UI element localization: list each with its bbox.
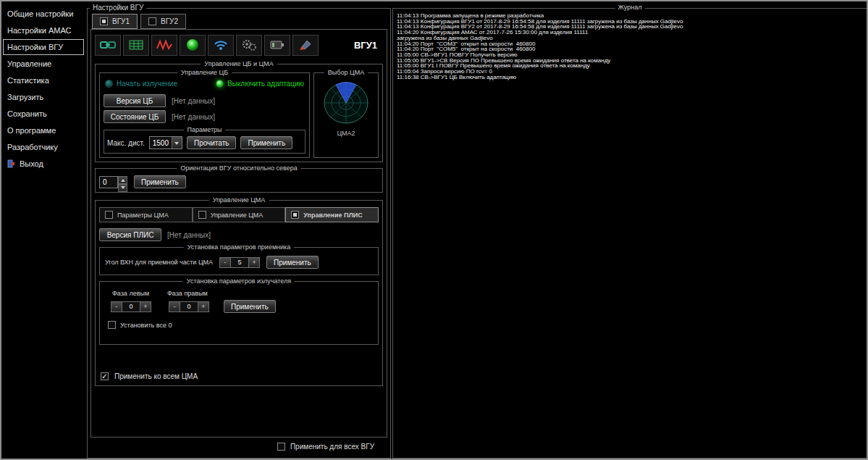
apply-all-vgu-row: Применить для всех ВГУ — [90, 438, 387, 455]
sidebar-item-amas-settings[interactable]: Настройки АМАС — [3, 22, 84, 38]
sidebar-item-label: Выход — [20, 159, 43, 168]
cb-apply-button[interactable]: Применить — [240, 136, 292, 149]
read-button[interactable]: Прочитать — [187, 136, 237, 149]
log-view[interactable]: 11:04:13 Программа запущена в режиме раз… — [393, 9, 867, 80]
combo-arrow-icon[interactable] — [172, 137, 182, 149]
wifi-icon-button[interactable] — [208, 35, 234, 56]
tab-cma-control[interactable]: Управление ЦМА — [193, 207, 286, 222]
cb-cma-group-title: Управление ЦБ и ЦМА — [201, 60, 277, 67]
sidebar-item-general-settings[interactable]: Общие настройки — [3, 6, 84, 22]
cma-radar-display[interactable] — [323, 81, 369, 125]
emitter-apply-button[interactable]: Применить — [224, 300, 276, 313]
params-group: Параметры Макс. дист. 1500 Прочитать При… — [104, 130, 306, 154]
spin-up-button[interactable] — [118, 176, 127, 184]
globe-icon-button[interactable] — [180, 35, 206, 56]
orientation-value: 0 — [99, 176, 118, 188]
vgu2-checkbox[interactable] — [148, 17, 156, 25]
cma-control-checkbox[interactable] — [198, 211, 206, 219]
cma-group-spacer — [99, 345, 379, 371]
gears-icon-button[interactable] — [236, 35, 262, 56]
angle-spinner: - 5 + — [219, 257, 260, 268]
vgu1-tab-page: ВГУ1 Управление ЦБ и ЦМА Управление ЦБ Н… — [90, 29, 387, 438]
apply-all-vgu-checkbox[interactable] — [277, 443, 285, 451]
app-window: Общие настройки Настройки АМАС Настройки… — [0, 0, 868, 460]
phase-left-value: 0 — [122, 301, 140, 312]
sidebar-item-about[interactable]: О программе — [3, 122, 84, 138]
sidebar-item-vgu-settings[interactable]: Настройки ВГУ — [3, 39, 84, 55]
tab-vgu2-label: ВГУ2 — [161, 17, 178, 25]
angle-plus-button[interactable]: + — [248, 257, 260, 268]
phase-right-plus-button[interactable]: + — [198, 301, 209, 312]
cb-state-button[interactable]: Состояние ЦБ — [104, 110, 166, 123]
max-dist-combo[interactable]: 1500 — [149, 136, 182, 149]
set-zero-checkbox[interactable] — [108, 321, 116, 329]
exit-icon — [7, 159, 16, 168]
orientation-spinbox[interactable]: 0 — [99, 176, 127, 188]
tab-vgu2[interactable]: ВГУ2 — [140, 14, 186, 29]
cma-params-checkbox[interactable] — [105, 211, 113, 219]
receiver-params-group: Установка параметров приемника Угол ВХН … — [99, 247, 379, 275]
emitter-params-title: Установка параметров излучателя — [183, 277, 295, 285]
disable-adaptation-label: Выключить адаптацию — [227, 80, 304, 88]
angle-minus-button[interactable]: - — [219, 257, 231, 268]
phase-left-minus-button[interactable]: - — [111, 301, 122, 312]
toolbar: ВГУ1 — [95, 33, 383, 57]
angle-value: 5 — [231, 257, 248, 268]
tab-vgu1-label: ВГУ1 — [112, 17, 130, 25]
phase-right-minus-button[interactable]: - — [169, 301, 180, 312]
apply-all-cma-label: Применить ко всем ЦМА — [114, 372, 198, 380]
rocket-icon-button[interactable] — [292, 35, 319, 56]
sidebar-item-developer[interactable]: Разработчику — [3, 139, 84, 155]
cma-select-group: Выбор ЦМА ЦМА2 — [313, 72, 379, 158]
current-vgu-label: ВГУ1 — [354, 40, 383, 51]
disable-adaptation-radio[interactable]: Выключить адаптацию — [216, 80, 304, 88]
radio-off-icon — [105, 80, 113, 88]
wifi-icon — [213, 38, 229, 51]
phase-right-spinner: - 0 + — [169, 301, 209, 312]
max-dist-label: Макс. дист. — [107, 139, 145, 147]
globe-icon — [185, 38, 201, 51]
start-radiation-label: Начать излучение — [117, 80, 177, 88]
cb-version-value: [Нет данных] — [172, 97, 215, 105]
tab-vgu1[interactable]: ВГУ1 — [92, 14, 138, 29]
cb-group-title: Управление ЦБ — [177, 69, 232, 76]
apply-all-cma-checkbox[interactable] — [101, 372, 109, 380]
sidebar-item-save[interactable]: Сохранить — [3, 106, 84, 122]
waveform-icon — [156, 38, 172, 51]
link-icon-button[interactable] — [95, 35, 121, 56]
receiver-apply-button[interactable]: Применить — [266, 256, 319, 269]
vgu-settings-panel: Настройки ВГУ ВГУ1 ВГУ2 — [87, 8, 391, 459]
start-radiation-radio[interactable]: Начать излучение — [105, 80, 177, 88]
cma-tab-bar: Параметры ЦМА Управление ЦМА Управление … — [99, 207, 379, 222]
tab-cma-control-label: Управление ЦМА — [211, 212, 264, 219]
plis-version-button[interactable]: Версия ПЛИС — [99, 228, 161, 241]
spin-down-button[interactable] — [118, 184, 127, 192]
sidebar-item-load[interactable]: Загрузить — [3, 89, 84, 105]
tab-cma-params[interactable]: Параметры ЦМА — [99, 207, 193, 222]
orientation-group: Ориентация ВГУ относительно севера 0 При… — [95, 168, 383, 193]
phase-left-plus-button[interactable]: + — [140, 301, 151, 312]
waveform-icon-button[interactable] — [151, 35, 177, 56]
phase-right-value: 0 — [180, 301, 198, 312]
sidebar-item-exit[interactable]: Выход — [3, 156, 84, 172]
cma-select-title: Выбор ЦМА — [324, 69, 368, 76]
tab-plis-control[interactable]: Управление ПЛИС — [285, 207, 379, 222]
table-icon — [128, 38, 144, 51]
cb-control-group: Управление ЦБ Начать излучение Выключить… — [99, 72, 310, 158]
vgu1-checkbox[interactable] — [100, 17, 108, 25]
sidebar: Общие настройки Настройки АМАС Настройки… — [3, 6, 84, 172]
tab-plis-control-label: Управление ПЛИС — [303, 212, 362, 219]
battery-icon-button[interactable] — [264, 35, 290, 56]
cb-version-button[interactable]: Версия ЦБ — [104, 94, 166, 107]
panel-title: Настройки ВГУ — [90, 4, 146, 12]
table-icon-button[interactable] — [123, 35, 149, 56]
apply-all-cma-row: Применить ко всем ЦМА — [101, 372, 379, 380]
cb-cma-group: Управление ЦБ и ЦМА Управление ЦБ Начать… — [95, 64, 383, 162]
sidebar-item-control[interactable]: Управление — [3, 56, 84, 72]
plis-control-checkbox[interactable] — [291, 211, 299, 219]
battery-icon — [269, 38, 285, 51]
orientation-apply-button[interactable]: Применить — [134, 175, 186, 188]
vgu-tab-bar: ВГУ1 ВГУ2 — [92, 14, 387, 29]
plis-version-value: [Нет данных] — [167, 231, 211, 239]
sidebar-item-statistics[interactable]: Статистика — [3, 72, 84, 88]
